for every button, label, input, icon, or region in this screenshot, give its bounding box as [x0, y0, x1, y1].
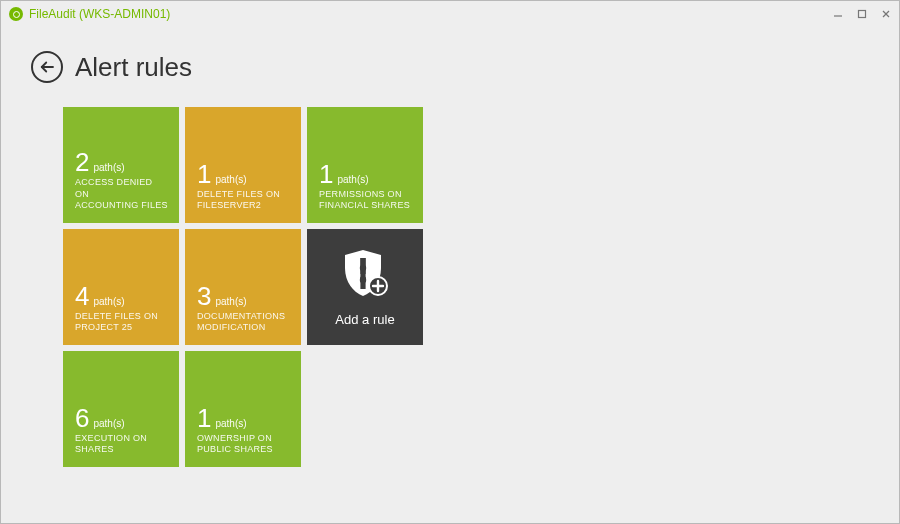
tile-count-row: 2 path(s)	[75, 149, 169, 175]
app-logo-icon	[9, 7, 23, 21]
tile-count-row: 4 path(s)	[75, 283, 169, 309]
maximize-button[interactable]	[855, 7, 869, 21]
svg-point-9	[360, 276, 366, 282]
tile-count: 4	[75, 283, 89, 309]
tile-paths-label: path(s)	[93, 162, 124, 173]
tile-label: DOCUMENTATIONS MODIFICATION	[197, 311, 291, 334]
tile-paths-label: path(s)	[215, 296, 246, 307]
tile-count: 2	[75, 149, 89, 175]
tile-label: PERMISSIONS ON FINANCIAL SHARES	[319, 189, 413, 212]
alert-rule-tile[interactable]: 3 path(s) DOCUMENTATIONS MODIFICATION	[185, 229, 301, 345]
tile-count-row: 6 path(s)	[75, 405, 169, 431]
tiles-grid: 2 path(s) ACCESS DENIED ON ACCOUNTING FI…	[1, 83, 899, 467]
tile-label: EXECUTION ON SHARES	[75, 433, 169, 456]
tile-count-row: 1 path(s)	[197, 405, 291, 431]
app-window: FileAudit (WKS-ADMIN01) Alert rules	[0, 0, 900, 524]
alert-rule-tile[interactable]: 2 path(s) ACCESS DENIED ON ACCOUNTING FI…	[63, 107, 179, 223]
titlebar-left: FileAudit (WKS-ADMIN01)	[9, 7, 170, 21]
app-title: FileAudit (WKS-ADMIN01)	[29, 7, 170, 21]
tile-label: ACCESS DENIED ON ACCOUNTING FILES	[75, 177, 169, 211]
page-title: Alert rules	[75, 52, 192, 83]
tile-paths-label: path(s)	[215, 418, 246, 429]
alert-rule-tile[interactable]: 1 path(s) DELETE FILES ON FILESERVER2	[185, 107, 301, 223]
minimize-button[interactable]	[831, 7, 845, 21]
close-button[interactable]	[879, 7, 893, 21]
tile-label: DELETE FILES ON FILESERVER2	[197, 189, 291, 212]
add-rule-tile[interactable]: Add a rule	[307, 229, 423, 345]
add-rule-label: Add a rule	[335, 312, 394, 327]
back-button[interactable]	[31, 51, 63, 83]
alert-rule-tile[interactable]: 1 path(s) OWNERSHIP ON PUBLIC SHARES	[185, 351, 301, 467]
tile-paths-label: path(s)	[337, 174, 368, 185]
tile-label: DELETE FILES ON PROJECT 25	[75, 311, 169, 334]
svg-rect-1	[859, 11, 866, 18]
shield-alert-plus-icon	[341, 248, 389, 304]
tile-paths-label: path(s)	[93, 296, 124, 307]
tile-count-row: 1 path(s)	[197, 161, 291, 187]
tile-count-row: 1 path(s)	[319, 161, 413, 187]
titlebar: FileAudit (WKS-ADMIN01)	[1, 1, 899, 27]
tile-count: 3	[197, 283, 211, 309]
tile-paths-label: path(s)	[93, 418, 124, 429]
tile-count: 6	[75, 405, 89, 431]
tile-count: 1	[319, 161, 333, 187]
alert-rule-tile[interactable]: 4 path(s) DELETE FILES ON PROJECT 25	[63, 229, 179, 345]
tile-count: 1	[197, 161, 211, 187]
tile-count-row: 3 path(s)	[197, 283, 291, 309]
tile-count: 1	[197, 405, 211, 431]
page-header: Alert rules	[1, 27, 899, 83]
tile-label: OWNERSHIP ON PUBLIC SHARES	[197, 433, 291, 456]
alert-rule-tile[interactable]: 1 path(s) PERMISSIONS ON FINANCIAL SHARE…	[307, 107, 423, 223]
alert-rule-tile[interactable]: 6 path(s) EXECUTION ON SHARES	[63, 351, 179, 467]
tile-paths-label: path(s)	[215, 174, 246, 185]
window-controls	[831, 7, 893, 21]
